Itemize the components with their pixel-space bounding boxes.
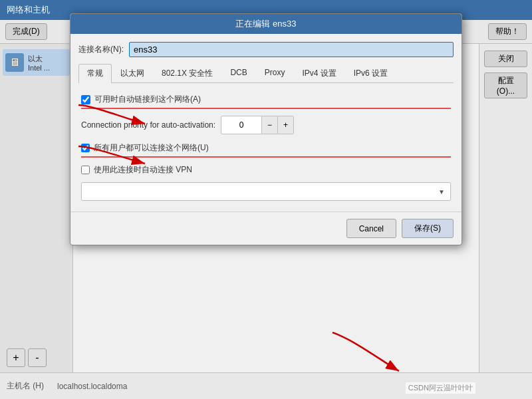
complete-button[interactable]: 完成(D) (5, 23, 47, 40)
hostname-label: 主机名 (H) (7, 380, 44, 392)
sidebar-item-sublabel: Intel ... (28, 64, 50, 72)
sidebar-item-ethernet[interactable]: 🖥 以太 Intel ... (3, 49, 70, 76)
cancel-button[interactable]: Cancel (346, 219, 396, 238)
watermark: CSDN阿云温叶叶叶 (406, 382, 475, 394)
auto-connect-row: 可用时自动链接到这个网络(A) (81, 94, 451, 109)
modal-titlebar: 正在编辑 ens33 (70, 14, 462, 34)
configure-button[interactable]: 配置(O)... (484, 72, 527, 98)
connection-name-input[interactable] (129, 42, 454, 57)
all-users-label: 所有用户都可以连接这个网络(U) (94, 142, 209, 154)
bg-sidebar: 🖥 以太 Intel ... (0, 44, 73, 399)
add-connection-button[interactable]: + (7, 348, 25, 367)
auto-connect-label: 可用时自动链接到这个网络(A) (94, 94, 201, 105)
connection-name-row: 连接名称(N): document.querySelector('.connec… (78, 42, 454, 57)
priority-input[interactable] (221, 118, 261, 132)
priority-increase-button[interactable]: + (277, 116, 293, 134)
hostname-value: localhost.localdoma (57, 382, 127, 391)
tabs-row: 常规 以太网 802.1X 安全性 DCB Proxy IPv4 设置 IPv6… (78, 64, 454, 83)
bg-title: 网络和主机 (7, 4, 50, 16)
auto-connect-checkbox[interactable] (81, 95, 90, 104)
ethernet-icon: 🖥 (5, 53, 24, 72)
priority-decrease-button[interactable]: − (261, 116, 277, 134)
all-users-checkbox[interactable] (81, 144, 90, 152)
vpn-auto-checkbox[interactable] (81, 166, 90, 174)
tab-8021x[interactable]: 802.1X 安全性 (153, 64, 221, 82)
modal-footer: Cancel 保存(S) (70, 211, 462, 245)
modal-body: 连接名称(N): document.querySelector('.connec… (70, 34, 462, 211)
modal-title: 正在编辑 ens33 (235, 18, 296, 30)
tab-ipv4[interactable]: IPv4 设置 (293, 64, 344, 82)
remove-connection-button[interactable]: - (28, 348, 47, 367)
vpn-auto-label: 使用此连接时自动连接 VPN (94, 164, 192, 176)
priority-row: Connection priority for auto-activation:… (81, 116, 451, 134)
tab-general[interactable]: 常规 (78, 64, 112, 83)
right-panel: 关闭 配置(O)... (479, 44, 532, 372)
add-remove-row: + - (7, 348, 47, 367)
priority-input-container: − + (221, 116, 294, 134)
all-users-row: 所有用户都可以连接这个网络(U) (81, 142, 451, 158)
tab-dcb[interactable]: DCB (221, 64, 255, 82)
connection-name-label: 连接名称(N): (78, 44, 124, 55)
sidebar-item-label: 以太 (28, 54, 50, 64)
tab-content-general: 可用时自动链接到这个网络(A) Connection priority for … (78, 91, 454, 203)
tab-proxy[interactable]: Proxy (256, 64, 294, 82)
save-button[interactable]: 保存(S) (402, 219, 454, 238)
vpn-dropdown[interactable]: ▼ (81, 182, 451, 201)
edit-connection-modal: 正在编辑 ens33 连接名称(N): document.querySelect… (70, 13, 462, 245)
tab-ethernet[interactable]: 以太网 (112, 64, 153, 82)
help-button[interactable]: 帮助！ (488, 23, 527, 40)
vpn-row: 使用此连接时自动连接 VPN (81, 164, 451, 176)
tab-ipv6[interactable]: IPv6 设置 (345, 64, 396, 82)
close-button[interactable]: 关闭 (484, 51, 527, 67)
chevron-down-icon: ▼ (438, 188, 445, 196)
priority-label: Connection priority for auto-activation: (81, 120, 215, 130)
